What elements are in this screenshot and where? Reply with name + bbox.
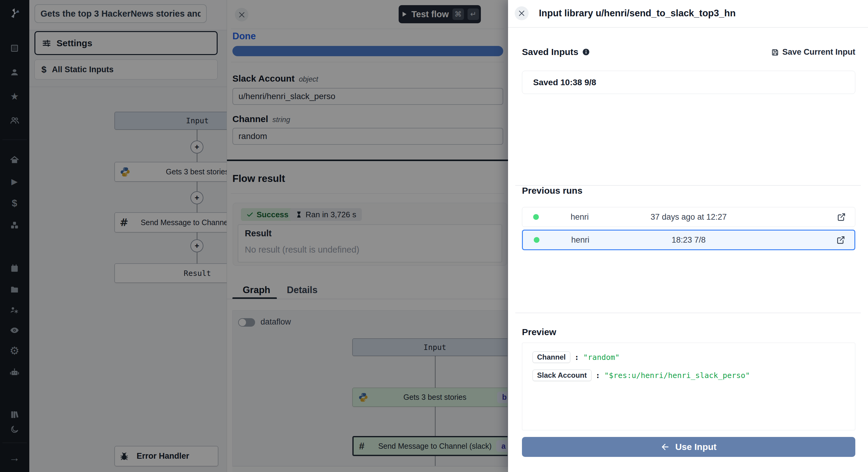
save-current-input-button[interactable]: Save Current Input xyxy=(771,48,855,57)
colon-separator: : xyxy=(575,353,579,362)
input-preview-box: Channel : "random" Slack Account : "$res… xyxy=(522,343,855,430)
saved-inputs-heading: Saved Inputs xyxy=(522,47,590,57)
input-library-drawer: Input library u/henri/send_to_slack_top3… xyxy=(508,0,868,472)
use-input-button[interactable]: Use Input xyxy=(522,437,855,457)
drawer-title: Input library u/henri/send_to_slack_top3… xyxy=(539,8,736,19)
run-timestamp: 37 days ago at 12:27 xyxy=(522,213,855,222)
external-link-icon[interactable] xyxy=(837,213,846,221)
external-link-icon[interactable] xyxy=(836,235,845,245)
preview-entry: Channel : "random" xyxy=(532,351,855,363)
divider xyxy=(508,27,868,28)
preview-heading: Preview xyxy=(522,327,556,337)
saved-input-entry[interactable]: Saved 10:38 9/8 xyxy=(522,71,855,94)
preview-value: "random" xyxy=(583,353,620,362)
previous-run-row[interactable]: henri 37 days ago at 12:27 xyxy=(522,207,855,227)
preview-value: "$res:u/henri/henri_slack_perso" xyxy=(604,371,750,380)
previous-runs-heading: Previous runs xyxy=(522,186,582,196)
save-floppy-icon xyxy=(771,49,779,56)
colon-separator: : xyxy=(596,371,600,380)
info-icon[interactable] xyxy=(582,48,590,56)
drawer-backdrop[interactable] xyxy=(0,0,508,472)
preview-key-chip: Slack Account xyxy=(532,370,591,381)
close-icon[interactable] xyxy=(515,6,529,20)
windmill-flow-editor: ★ ▶ $ ⚙ xyxy=(0,0,868,472)
divider xyxy=(515,313,861,313)
run-timestamp: 18:23 7/8 xyxy=(523,235,855,245)
preview-key-chip: Channel xyxy=(532,351,570,363)
preview-entry: Slack Account : "$res:u/henri/henri_slac… xyxy=(532,370,855,381)
arrow-left-icon xyxy=(661,442,670,451)
previous-run-row-selected[interactable]: henri 18:23 7/8 xyxy=(522,230,855,250)
